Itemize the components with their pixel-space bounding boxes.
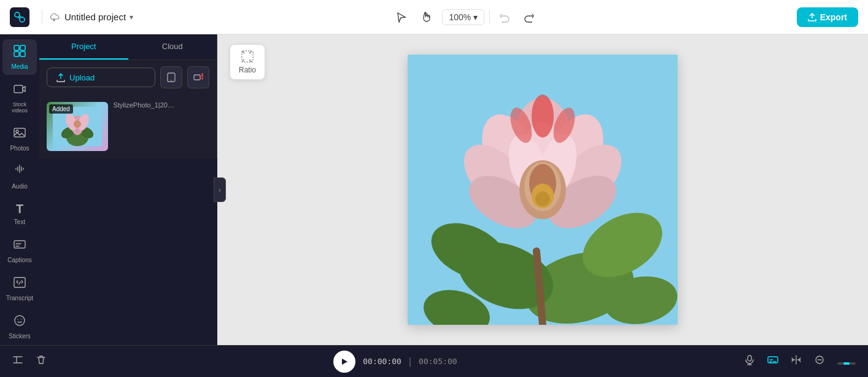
tablet-icon [166, 72, 176, 82]
captions-toggle-button[interactable] [765, 352, 781, 371]
slider-icon [837, 362, 856, 365]
sidebar-item-transcript[interactable]: Transcript [2, 271, 37, 306]
delete-button[interactable] [33, 352, 49, 371]
svg-rect-6 [20, 52, 25, 56]
captions-bottom-icon [767, 354, 778, 365]
play-button[interactable] [333, 351, 355, 373]
tab-cloud[interactable]: Cloud [128, 34, 217, 60]
sidebar-item-stock-videos[interactable]: Stock videos [2, 77, 37, 119]
panel-content: Added StylizePhoto_1|202... [39, 95, 217, 158]
record-button[interactable] [187, 66, 209, 88]
export-button[interactable]: Export [797, 7, 858, 27]
cursor-icon [395, 12, 406, 23]
sidebar-item-label: Captions [7, 257, 31, 263]
sidebar-item-stickers[interactable]: Stickers [2, 309, 37, 344]
split-button[interactable] [788, 352, 804, 371]
undo-icon [500, 12, 511, 23]
canvas-area: Ratio [217, 34, 868, 345]
sidebar-item-label: Text [14, 219, 25, 225]
svg-rect-4 [20, 45, 25, 50]
left-sidebar: Media Stock videos Photos [0, 34, 39, 345]
sidebar-item-label: Stickers [9, 333, 31, 340]
svg-point-16 [201, 74, 203, 76]
upload-button[interactable]: Upload [47, 68, 155, 87]
bottom-bar: 00:00:00 | 00:05:00 [0, 345, 868, 377]
text-icon: T [16, 202, 23, 216]
upload-icon [56, 72, 66, 82]
bottom-right-controls [742, 352, 858, 371]
zoom-level: 100% [449, 12, 471, 22]
flower-artwork [408, 55, 678, 325]
ratio-label: Ratio [239, 66, 256, 74]
main-content: Media Stock videos Photos [0, 34, 868, 345]
ratio-button[interactable]: Ratio [230, 44, 265, 80]
hand-tool-button[interactable] [416, 8, 437, 26]
svg-rect-3 [14, 45, 19, 50]
record-icon [193, 72, 203, 82]
sidebar-item-label: Stock videos [5, 101, 34, 114]
photos-icon [13, 126, 26, 142]
time-separator: | [409, 356, 411, 367]
panel-toolbar: Upload [39, 60, 217, 95]
svg-point-12 [15, 316, 25, 325]
hand-icon [421, 12, 432, 23]
zoom-button[interactable]: 100% ▾ [442, 9, 484, 25]
sidebar-item-media[interactable]: Media [2, 39, 37, 75]
panel-collapse-toggle[interactable]: ‹ [214, 177, 226, 202]
bottom-left-controls [10, 352, 49, 371]
zoom-chevron-icon: ▾ [473, 12, 478, 22]
app-logo [10, 7, 29, 27]
svg-point-50 [535, 192, 550, 206]
panel-tabs: Project Cloud [39, 34, 217, 60]
captions-icon [13, 238, 26, 254]
svg-point-24 [74, 120, 81, 128]
trim-icon [12, 354, 23, 365]
sidebar-item-captions[interactable]: Captions [2, 233, 37, 268]
svg-rect-15 [194, 75, 200, 80]
zoom-out-button[interactable] [812, 352, 827, 371]
timeline-zoom-slider[interactable] [835, 352, 858, 370]
canvas-frame [408, 55, 678, 325]
divider [42, 10, 42, 25]
undo-button[interactable] [495, 8, 516, 26]
ratio-icon [241, 50, 254, 63]
play-icon [340, 357, 349, 366]
trim-button[interactable] [10, 352, 26, 371]
export-icon [808, 13, 816, 21]
toolbar-divider [489, 10, 490, 25]
svg-rect-7 [14, 85, 23, 93]
stickers-icon [13, 314, 26, 330]
undo-redo-group [495, 8, 539, 26]
total-time: 00:05:00 [419, 357, 457, 366]
svg-point-0 [15, 12, 20, 17]
sidebar-item-audio[interactable]: Audio [2, 159, 37, 195]
top-bar: Untitled project ▾ 100% ▾ [0, 0, 868, 34]
top-bar-center: 100% ▾ [141, 8, 789, 26]
project-title-area[interactable]: Untitled project ▾ [50, 12, 133, 23]
svg-point-43 [532, 95, 554, 138]
trash-icon [36, 354, 47, 365]
svg-point-14 [171, 80, 172, 81]
media-item[interactable]: Added [47, 102, 108, 151]
audio-icon [13, 164, 26, 181]
transcript-icon [13, 276, 26, 292]
redo-icon [523, 12, 534, 23]
sidebar-item-label: Audio [12, 183, 28, 190]
sidebar-item-photos[interactable]: Photos [2, 121, 37, 157]
svg-rect-10 [14, 241, 25, 248]
media-item-label: StylizePhoto_1|202... [113, 101, 174, 109]
chevron-down-icon: ▾ [130, 13, 133, 21]
cloud-icon [50, 12, 61, 23]
media-icon [13, 44, 26, 61]
select-tool-button[interactable] [390, 8, 411, 26]
sidebar-item-text[interactable]: T Text [2, 197, 37, 230]
zoom-out-icon [814, 354, 825, 365]
panel-wrapper: Project Cloud Upload [39, 34, 217, 345]
tablet-view-button[interactable] [160, 66, 182, 88]
svg-point-1 [20, 17, 25, 22]
tab-project[interactable]: Project [39, 34, 128, 60]
microphone-button[interactable] [742, 352, 758, 371]
redo-button[interactable] [518, 8, 539, 26]
svg-rect-5 [14, 52, 19, 56]
chevron-left-icon: ‹ [219, 187, 220, 193]
